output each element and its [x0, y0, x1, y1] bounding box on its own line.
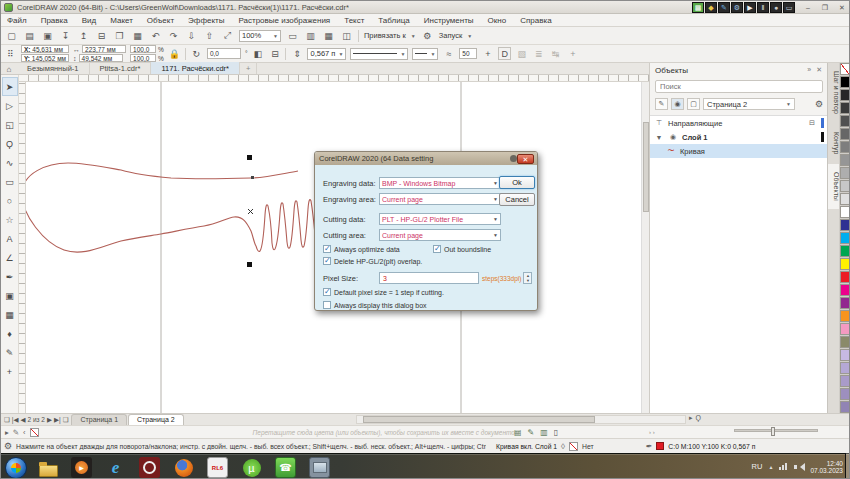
dimension-tool[interactable]: ∠ [2, 248, 18, 267]
launch-button[interactable]: Запуск [439, 31, 462, 40]
color-swatch-17[interactable] [840, 297, 850, 309]
default-pixel-size-checkbox[interactable]: Default pixel size = 1 step if cutting. [323, 288, 444, 296]
color-swatch-14[interactable] [840, 258, 850, 270]
export-icon[interactable]: ↥ [77, 29, 90, 42]
page-view-icon[interactable]: ▢ [687, 98, 700, 110]
ok-button[interactable]: Ok [499, 176, 535, 189]
prev-page-icon[interactable]: ◀ [21, 416, 26, 424]
interactive-fill-tool[interactable]: ✎ [2, 343, 18, 362]
document-tab-1[interactable]: Ptitsa-1.cdr* [90, 62, 152, 74]
add-page-icon[interactable]: ❏ [63, 416, 69, 424]
visibility-icon[interactable]: ◉ [671, 98, 684, 110]
docker-close-icon[interactable]: ✕ [816, 66, 822, 74]
object-width-field[interactable]: 223,77 мм [82, 45, 126, 53]
color-swatch-18[interactable] [840, 310, 850, 322]
close-curve-icon[interactable]: D [498, 47, 511, 60]
menu-bitmaps[interactable]: Растровые изображения [238, 16, 330, 25]
increase-icon[interactable]: + [481, 47, 494, 60]
tray-expand-icon[interactable]: ▴ [769, 463, 772, 470]
color-swatch-12[interactable] [840, 232, 850, 244]
rl6-icon[interactable]: RL6 [207, 457, 228, 478]
y-position-field[interactable]: Y: 145,052 мм [21, 54, 69, 62]
network-signal-icon[interactable] [779, 463, 787, 470]
add-palette-icon[interactable]: ▤ [514, 428, 522, 437]
scroll-right-icon[interactable]: ▸ [689, 414, 693, 422]
text-tool[interactable]: А [2, 229, 18, 248]
outline-color-swatch[interactable] [656, 442, 664, 450]
vertical-ruler[interactable] [19, 82, 26, 413]
transparency-tool[interactable]: ▦ [2, 305, 18, 324]
freehand-tool[interactable]: ∿ [2, 153, 18, 172]
trash-icon[interactable]: ▯ [554, 428, 558, 437]
undo-icon[interactable]: ↶ [149, 29, 162, 42]
eye-icon[interactable]: ◉ [668, 133, 678, 141]
color-swatch-21[interactable] [840, 349, 850, 361]
tree-row-guides[interactable]: ⊤ Направляющие ⊟ [650, 116, 828, 130]
vertical-scrollbar[interactable] [641, 82, 649, 413]
firefox-icon[interactable] [173, 457, 194, 478]
palette-options-icon[interactable]: ▥ [540, 428, 548, 437]
mirror-horizontal-icon[interactable]: ◧ [251, 47, 264, 60]
internet-explorer-icon[interactable]: e [105, 457, 126, 478]
expand-arrow-icon[interactable]: ▼ [654, 134, 664, 141]
close-button[interactable]: ✕ [835, 2, 849, 13]
pixel-size-input[interactable]: 3 [379, 272, 479, 284]
show-rulers-icon[interactable]: ▥ [304, 29, 317, 42]
bezier-tool[interactable]: ✒ [2, 267, 18, 286]
import-arrow-icon[interactable]: ⇩ [185, 29, 198, 42]
next-page-icon[interactable]: ▶ [47, 416, 52, 424]
phone-app-icon[interactable]: ☎ [275, 457, 296, 478]
cutting-area-combo[interactable]: Current page▼ [379, 229, 501, 241]
recorder-icon[interactable] [139, 457, 160, 478]
color-swatch-4[interactable] [840, 128, 850, 140]
save-icon[interactable]: ▣ [41, 29, 54, 42]
scale-x-field[interactable]: 100,0 [130, 45, 156, 53]
engraving-data-combo[interactable]: BMP - Windows Bitmap▼ [379, 177, 501, 189]
new-document-tab-button[interactable]: + [240, 62, 257, 74]
color-swatch-16[interactable] [840, 284, 850, 296]
smoothing-field[interactable]: 50 [459, 48, 477, 59]
color-swatch-2[interactable] [840, 102, 850, 114]
color-swatch-6[interactable] [840, 154, 850, 166]
scale-y-field[interactable]: 100,0 [130, 54, 156, 62]
palette-eyedropper-icon[interactable]: ✎ [528, 428, 535, 437]
snap-options-icon[interactable]: ◫ [340, 29, 353, 42]
rotation-angle-field[interactable]: 0,0 [207, 48, 241, 59]
color-swatch-1[interactable] [840, 89, 850, 101]
color-swatch-3[interactable] [840, 115, 850, 127]
color-swatch-5[interactable] [840, 141, 850, 153]
tree-row-layer1[interactable]: ▼ ◉ Слой 1 [650, 130, 828, 144]
color-swatch-10[interactable] [840, 206, 850, 218]
horizontal-ruler[interactable] [19, 75, 649, 82]
export-arrow-icon[interactable]: ⇧ [203, 29, 216, 42]
menu-layout[interactable]: Макет [110, 16, 133, 25]
menu-text[interactable]: Текст [344, 16, 364, 25]
fill-icon[interactable]: ◊ [561, 442, 565, 451]
chevron-down-icon[interactable]: ▼ [467, 33, 472, 39]
docker-settings-gear-icon[interactable]: ⚙ [815, 99, 823, 109]
utorrent-icon[interactable] [241, 457, 262, 478]
color-swatch-7[interactable] [840, 167, 850, 179]
page-tab-1[interactable]: Страница 2 [128, 414, 184, 425]
eyedropper-icon[interactable]: ✎ [13, 428, 19, 437]
scale-icon[interactable]: ⤢ [221, 29, 234, 42]
menu-object[interactable]: Объект [147, 16, 174, 25]
import-icon[interactable]: ↧ [59, 29, 72, 42]
fill-none-swatch[interactable] [569, 442, 578, 451]
menu-help[interactable]: Справка [520, 16, 551, 25]
add-button[interactable]: + [566, 47, 579, 60]
zoom-slider-knob[interactable] [771, 427, 775, 436]
color-swatch-22[interactable] [840, 362, 850, 374]
tree-row-curve[interactable]: 〜 Кривая [650, 144, 828, 158]
photos-app-icon[interactable] [309, 457, 330, 478]
outline-pen-icon[interactable]: ✒ [646, 442, 653, 451]
pan-zoom-icon[interactable]: Ϙ [696, 414, 701, 422]
options-gear-icon[interactable]: ⚙ [421, 29, 434, 42]
printer-icon[interactable]: ⊟ [807, 119, 817, 127]
color-swatch-0[interactable] [840, 76, 850, 88]
outline-width-combo[interactable]: 0,567 п▼ [307, 48, 346, 60]
restore-button[interactable]: ❐ [818, 2, 832, 13]
volume-icon[interactable] [794, 463, 803, 471]
tray-clock[interactable]: 12:40 07.03.2023 [810, 460, 843, 474]
minimize-button[interactable]: – [801, 2, 815, 13]
